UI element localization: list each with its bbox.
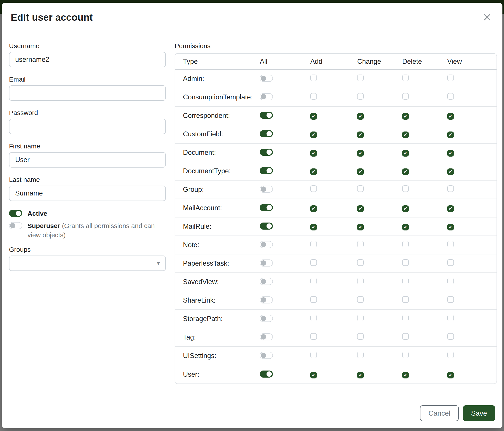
all-toggle[interactable]	[260, 333, 273, 341]
change-checkbox[interactable]	[357, 259, 364, 266]
add-checkbox[interactable]: ✔	[310, 224, 317, 230]
delete-checkbox[interactable]: ✔	[402, 205, 409, 212]
add-checkbox[interactable]	[310, 278, 317, 284]
add-checkbox[interactable]: ✔	[310, 113, 317, 120]
all-toggle[interactable]	[260, 204, 273, 211]
all-toggle[interactable]	[260, 370, 273, 377]
all-toggle[interactable]	[260, 167, 273, 174]
all-toggle[interactable]	[260, 186, 273, 193]
view-checkbox[interactable]: ✔	[447, 132, 454, 138]
view-checkbox[interactable]	[447, 296, 454, 303]
view-checkbox[interactable]	[447, 259, 454, 266]
all-toggle[interactable]	[260, 75, 273, 82]
change-checkbox[interactable]	[357, 93, 364, 100]
change-checkbox[interactable]	[357, 241, 364, 247]
change-checkbox[interactable]	[357, 296, 364, 303]
view-checkbox[interactable]	[447, 278, 454, 284]
all-toggle[interactable]	[260, 315, 273, 322]
change-checkbox[interactable]	[357, 352, 364, 358]
last-name-input[interactable]	[9, 186, 166, 201]
password-input[interactable]	[9, 119, 166, 134]
delete-checkbox[interactable]	[402, 278, 409, 284]
view-checkbox[interactable]	[447, 315, 454, 321]
add-checkbox[interactable]	[310, 315, 317, 321]
view-checkbox[interactable]: ✔	[447, 150, 454, 157]
username-input[interactable]	[9, 52, 166, 67]
add-checkbox[interactable]: ✔	[310, 132, 317, 138]
delete-checkbox[interactable]	[402, 315, 409, 321]
add-checkbox[interactable]	[310, 296, 317, 303]
all-toggle[interactable]	[260, 149, 273, 156]
change-checkbox[interactable]: ✔	[357, 150, 364, 157]
delete-checkbox[interactable]: ✔	[402, 372, 409, 378]
delete-checkbox[interactable]	[402, 352, 409, 358]
all-toggle[interactable]	[260, 241, 273, 248]
view-checkbox[interactable]	[447, 333, 454, 340]
all-toggle[interactable]	[260, 112, 273, 119]
change-checkbox[interactable]: ✔	[357, 169, 364, 175]
change-checkbox[interactable]: ✔	[357, 113, 364, 120]
view-checkbox[interactable]: ✔	[447, 372, 454, 378]
column-header-change: Change	[349, 54, 394, 70]
all-toggle[interactable]	[260, 352, 273, 359]
field-group: First name	[9, 142, 166, 168]
view-checkbox[interactable]: ✔	[447, 205, 454, 212]
add-checkbox[interactable]	[310, 185, 317, 192]
add-checkbox[interactable]: ✔	[310, 205, 317, 212]
change-checkbox[interactable]: ✔	[357, 205, 364, 212]
change-checkbox[interactable]	[357, 185, 364, 192]
delete-checkbox[interactable]	[402, 241, 409, 247]
delete-checkbox[interactable]	[402, 185, 409, 192]
add-checkbox[interactable]	[310, 352, 317, 358]
save-button[interactable]: Save	[463, 405, 495, 421]
change-checkbox[interactable]: ✔	[357, 224, 364, 230]
close-button[interactable]: ✕	[482, 11, 493, 24]
change-checkbox[interactable]: ✔	[357, 372, 364, 378]
all-toggle[interactable]	[260, 260, 273, 267]
email-input[interactable]	[9, 85, 166, 101]
view-checkbox[interactable]	[447, 185, 454, 192]
add-checkbox[interactable]: ✔	[310, 150, 317, 157]
permission-type-label: UISettings:	[175, 347, 252, 365]
all-toggle[interactable]	[260, 296, 273, 304]
all-toggle[interactable]	[260, 223, 273, 230]
delete-checkbox[interactable]	[402, 93, 409, 100]
change-checkbox[interactable]	[357, 74, 364, 81]
add-checkbox[interactable]	[310, 333, 317, 340]
delete-checkbox[interactable]: ✔	[402, 169, 409, 175]
add-checkbox[interactable]	[310, 74, 317, 81]
all-toggle[interactable]	[260, 93, 273, 100]
active-toggle[interactable]	[9, 210, 22, 217]
change-checkbox[interactable]	[357, 278, 364, 284]
add-checkbox[interactable]	[310, 259, 317, 266]
delete-checkbox[interactable]: ✔	[402, 132, 409, 138]
cancel-button[interactable]: Cancel	[420, 405, 459, 421]
all-toggle[interactable]	[260, 130, 273, 137]
first-name-input[interactable]	[9, 152, 166, 168]
view-checkbox[interactable]: ✔	[447, 169, 454, 175]
delete-checkbox[interactable]	[402, 74, 409, 81]
delete-checkbox[interactable]	[402, 333, 409, 340]
modal-footer: Cancel Save	[2, 398, 502, 428]
change-checkbox[interactable]: ✔	[357, 132, 364, 138]
view-checkbox[interactable]: ✔	[447, 224, 454, 230]
change-checkbox[interactable]	[357, 315, 364, 321]
add-checkbox[interactable]	[310, 93, 317, 100]
delete-checkbox[interactable]: ✔	[402, 224, 409, 230]
change-checkbox[interactable]	[357, 333, 364, 340]
delete-checkbox[interactable]	[402, 296, 409, 303]
view-checkbox[interactable]	[447, 241, 454, 247]
add-checkbox[interactable]: ✔	[310, 169, 317, 175]
delete-checkbox[interactable]: ✔	[402, 150, 409, 157]
groups-select[interactable]: ▼	[9, 256, 166, 271]
add-checkbox[interactable]	[310, 241, 317, 247]
add-checkbox[interactable]: ✔	[310, 372, 317, 378]
view-checkbox[interactable]	[447, 74, 454, 81]
delete-checkbox[interactable]: ✔	[402, 113, 409, 120]
delete-checkbox[interactable]	[402, 259, 409, 266]
all-toggle[interactable]	[260, 278, 273, 285]
view-checkbox[interactable]	[447, 93, 454, 100]
view-checkbox[interactable]	[447, 352, 454, 358]
view-checkbox[interactable]: ✔	[447, 113, 454, 120]
superuser-toggle[interactable]	[9, 222, 22, 229]
